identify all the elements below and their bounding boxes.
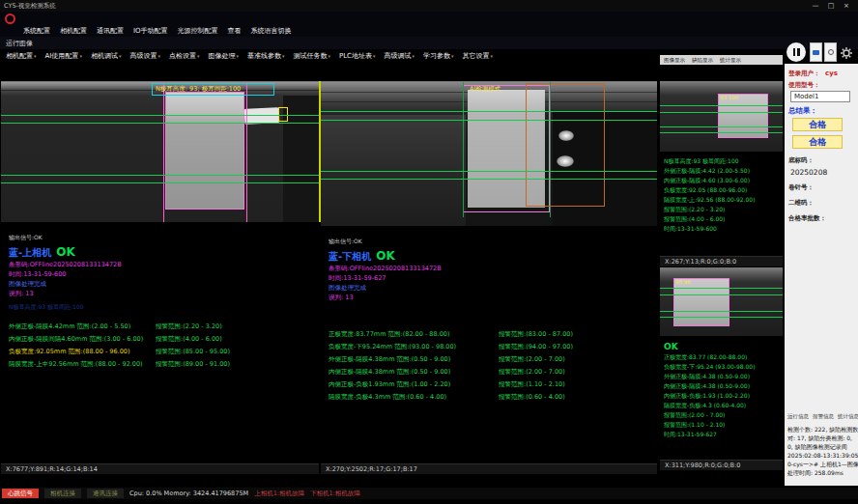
preview-line: 隔膜宽度-负极:4.3 (0.60-4.00)	[664, 401, 779, 410]
comm-link-indicator: 通讯连接	[87, 489, 124, 498]
measurement-text: 隔膜宽度-上中92.56mm 范围:(88.00 - 92.00)	[9, 360, 156, 369]
tool-learning-params[interactable]: 学习参数▾	[423, 51, 454, 61]
tool-advanced-settings[interactable]: 高级设置▾	[129, 51, 160, 61]
tool-baseline-params[interactable]: 基准线参数▾	[247, 51, 285, 61]
tool-camera-config[interactable]: 相机配置▾	[6, 51, 37, 61]
upper-result-panel: 输出信号:OK 蓝-上相机 OK 条形码:OFFline202502081331…	[1, 222, 319, 463]
tool-ai-config[interactable]: AI使用配置▾	[45, 51, 82, 61]
preview-line: 时间:13-31-59-600	[664, 224, 779, 234]
alarm-range-text: 报警范围:(2.00 - 7.00)	[499, 355, 565, 364]
login-value: cys	[825, 70, 838, 77]
settings-gear-icon[interactable]	[841, 44, 852, 63]
menu-item-comm-config[interactable]: 通讯配置	[97, 26, 124, 36]
edge-line-right	[246, 82, 247, 222]
tool-spot-check[interactable]: 点检设置▾	[169, 51, 200, 61]
menu-item-light-control-config[interactable]: 光源控制配置	[178, 26, 218, 36]
app-window: CYS-视觉检测系统 — □ × 系统配置 相机配置 通讯配置 IO手动配置 光…	[0, 0, 858, 504]
chevron-down-icon: ▾	[119, 53, 122, 59]
tool-label: 相机配置	[6, 51, 33, 61]
preview-line: 外侧正极-隔膜:4.38 (0.50-9.00)	[664, 372, 779, 381]
preview-upper-text: N极耳高度:93 极耳间距:100 外侧正极-隔膜:4.42 (2.00-5.5…	[660, 152, 783, 256]
barcode-text: 条形码:OFFline2025020813313472B	[329, 265, 442, 273]
measurement-row: 外侧正极-隔膜4.38mm 范围:(0.50 - 9.00) 报警范围:(2.0…	[329, 355, 565, 364]
info-tab-bar: 运行信息 报警信息 统计信息	[787, 413, 858, 420]
tool-label: 点检设置	[169, 51, 196, 61]
preview-line: 负极宽度-下:95.24 (93.00-98.00)	[664, 362, 779, 372]
info-tab-stats[interactable]: 统计信息	[838, 413, 858, 420]
preview-header-bar: 图像显示 缺陷显示 统计显示	[660, 55, 783, 65]
highlight-blob	[558, 130, 574, 141]
lower-camera-image[interactable]: AI检测模式	[321, 81, 657, 226]
title-bar: CYS-视觉检测系统 — □ ×	[0, 0, 858, 12]
measure-line	[321, 179, 657, 180]
pixel-coords: X:270;Y:2502;R:17;G:17;B:17	[326, 465, 417, 473]
upper-coord-bar: X:7677;Y:891;R:14;G:14;B:14	[1, 463, 319, 474]
base-code-value: 20250208	[790, 168, 827, 177]
pause-button[interactable]	[786, 42, 806, 62]
stats-text-block: 检测个数: 222, 缺陷检测数 对: 17, 缺陷分类检测: 0, 0, 缺陷…	[787, 425, 858, 477]
model-select[interactable]: Model1	[790, 91, 850, 102]
minimize-icon[interactable]: —	[808, 2, 823, 10]
menu-item-view[interactable]: 查看	[228, 26, 242, 36]
preview-line: 报警范围:(4.00 - 6.00)	[664, 214, 779, 224]
measure-line	[321, 120, 657, 121]
result-status: OK	[56, 245, 75, 259]
menu-item-language-switch[interactable]: 系统语言切换	[251, 26, 292, 36]
measure-line	[660, 317, 783, 318]
lower-camera-error-text: 下相机1:相机故障	[310, 490, 360, 498]
image-tool-button[interactable]	[824, 42, 837, 62]
tool-test-tasks[interactable]: 测试任务数▾	[293, 51, 330, 61]
target-icon	[828, 49, 834, 55]
upper-camera-image[interactable]: N极耳高度: 93; 极耳间距:100	[1, 81, 319, 222]
preview-tab-stats[interactable]: 统计显示	[720, 57, 741, 64]
alarm-range-text: 报警范围:(94.00 - 97.00)	[499, 343, 573, 351]
heartbeat-indicator: 心跳信号	[2, 489, 39, 498]
menu-item-camera-config[interactable]: 相机配置	[60, 26, 87, 36]
tool-plc-address[interactable]: PLC地址表▾	[339, 51, 376, 61]
stats-line: 0, 缺陷图像检测记录间	[787, 442, 858, 451]
measure-line	[660, 126, 783, 127]
measurement-row: 内侧正极-隔膜间隔4.60mm 范围:(3.00 - 6.00) 报警范围:(4…	[9, 335, 222, 344]
tool-advanced-debug[interactable]: 高级调试▾	[385, 51, 415, 61]
info-tab-run[interactable]: 运行信息	[787, 413, 809, 420]
preview-lower-image[interactable]: 95 98	[660, 267, 783, 336]
process-text: 图像处理完成	[329, 284, 366, 293]
chevron-down-icon: ▾	[373, 53, 376, 59]
tool-label: 测试任务数	[293, 51, 327, 61]
close-icon[interactable]: ×	[839, 2, 854, 10]
camera-title: 蓝-上相机	[9, 247, 51, 258]
menu-item-io-manual-config[interactable]: IO手动配置	[133, 26, 168, 36]
preview-line: N极耳高度:93 极耳间距:100	[664, 156, 779, 166]
preview-lower-text: OK 正极宽度:83.77 (82.00-88.00) 负极宽度-下:95.24…	[660, 336, 783, 460]
result-badge-2: 合格	[792, 135, 843, 149]
app-logo-icon	[5, 14, 15, 24]
measure-line	[660, 288, 783, 289]
tool-label: 相机调试	[91, 51, 118, 61]
measure-line	[1, 182, 319, 183]
camera-capture-button[interactable]	[810, 42, 822, 62]
measurement-text: 外侧正极-隔膜4.38mm 范围:(0.50 - 9.00)	[329, 355, 499, 364]
preview-tab-defect[interactable]: 缺陷显示	[692, 57, 713, 64]
model-label: 使用型号：	[788, 81, 820, 90]
tool-bar: 相机配置▾ AI使用配置▾ 相机调试▾ 高级设置▾ 点检设置▾ 图像处理▾ 基准…	[0, 49, 676, 62]
measure-line	[321, 171, 657, 172]
tool-label: 图像处理	[208, 51, 235, 61]
pixel-coords: X:267;Y:13;R:0;G:0;B:0	[665, 258, 736, 266]
tab-run-image[interactable]: 运行图像	[6, 39, 33, 48]
info-tab-alarm[interactable]: 报警信息	[813, 413, 834, 420]
tool-label: 基准线参数	[247, 51, 281, 61]
measurement-row: 负极宽度:92.05mm 范围:(88.00 - 96.00) 报警范围:(85…	[9, 348, 230, 356]
measure-line	[660, 132, 783, 133]
maximize-icon[interactable]: □	[823, 2, 839, 10]
pause-icon	[797, 48, 800, 56]
ai-mode-overlay-label: AI检测模式	[470, 85, 500, 94]
preview-line: 内侧正极-隔膜:4.38 (0.50-9.00)	[664, 381, 779, 391]
tool-camera-debug[interactable]: 相机调试▾	[91, 51, 122, 61]
preview-tab-image[interactable]: 图像显示	[664, 57, 685, 64]
menu-item-system-config[interactable]: 系统配置	[23, 26, 50, 36]
tool-image-process[interactable]: 图像处理▾	[208, 51, 239, 61]
stats-line: 2025:02:08-13:31:39:05	[787, 451, 858, 460]
measurement-row: 隔膜宽度-负极4.3mm 范围:(0.60 - 4.00) 报警范围:(0.60…	[329, 393, 565, 402]
tool-other-settings[interactable]: 其它设置▾	[463, 51, 494, 61]
preview-upper-image[interactable]: 93 100	[660, 81, 783, 152]
